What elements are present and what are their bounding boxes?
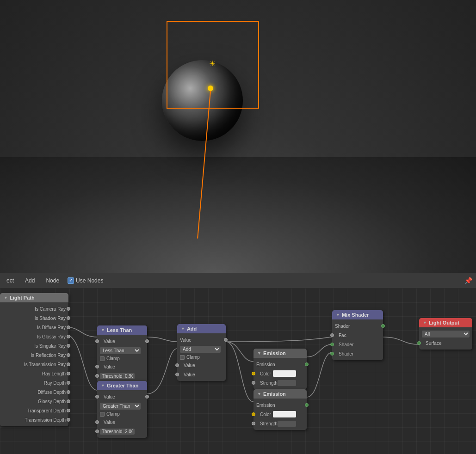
light-output-surface-row: Surface — [419, 338, 472, 348]
less-than-operation-row: Less Than Greater Than — [97, 346, 147, 355]
node-less-than-title: Less Than — [107, 327, 132, 333]
node-less-than-body: Value Less Than Greater Than Clamp Value — [97, 335, 147, 382]
socket-in-less-than-threshold[interactable] — [95, 374, 99, 378]
node-greater-than[interactable]: ▼ Greater Than Value Greater Than Less T… — [97, 381, 147, 438]
socket-in-emission-bottom-color[interactable] — [252, 412, 255, 416]
node-emission-top-title: Emission — [263, 350, 286, 356]
light-path-row-diffuse: Is Diffuse Ray — [0, 323, 68, 332]
greater-than-threshold-field[interactable] — [100, 429, 135, 435]
socket-out-glossy-ray[interactable] — [67, 335, 70, 338]
select-button[interactable]: ect — [4, 276, 17, 285]
node-mix-shader-title: Mix Shader — [342, 312, 369, 318]
socket-in-less-than-value2[interactable] — [95, 365, 99, 368]
node-add[interactable]: ▼ Add Value Add Multiply Subtract — [177, 324, 226, 381]
socket-in-emission-top-color[interactable] — [252, 372, 255, 375]
emission-bottom-strength-field[interactable]: 0.000 — [278, 421, 296, 427]
emission-top-color-swatch[interactable] — [273, 370, 296, 377]
light-path-row-ray-length: Ray Length — [0, 369, 68, 378]
node-light-path[interactable]: ▼ Light Path Is Camera Ray Is Shadow Ray… — [0, 293, 68, 426]
use-nodes-checkbox[interactable]: ✓ — [68, 277, 74, 284]
emission-top-strength-label: Strength — [260, 380, 278, 386]
socket-out-glossy-depth[interactable] — [67, 399, 70, 403]
socket-out-transparent-depth[interactable] — [67, 409, 70, 412]
pin-icon[interactable]: 📌 — [464, 277, 472, 284]
greater-than-operation-select[interactable]: Greater Than Less Than — [100, 403, 141, 410]
node-light-output[interactable]: ▼ Light Output All Camera Diffuse Surfac… — [419, 318, 472, 350]
socket-in-emission-top-strength[interactable] — [252, 381, 255, 385]
use-nodes-toggle[interactable]: ✓ Use Nodes — [68, 277, 103, 284]
node-emission-bottom[interactable]: ▼ Emission Emission Color Strength 0.000 — [253, 389, 307, 430]
node-less-than[interactable]: ▼ Less Than Value Less Than Greater Than — [97, 325, 147, 382]
node-emission-top[interactable]: ▼ Emission Emission Color Strength 1.000 — [253, 349, 307, 389]
node-light-path-header: ▼ Light Path — [0, 293, 68, 302]
socket-out-singular-ray[interactable] — [67, 344, 70, 348]
socket-out-diffuse-depth[interactable] — [67, 390, 70, 394]
socket-in-less-than-value[interactable] — [95, 339, 99, 343]
socket-out-camera-ray[interactable] — [67, 307, 70, 311]
socket-out-reflection-ray[interactable] — [67, 353, 70, 357]
label-is-singular-ray: Is Singular Ray — [34, 344, 66, 349]
socket-in-mix-shader1[interactable] — [330, 343, 334, 346]
node-editor: ect Add Node ✓ Use Nodes 📌 — [0, 273, 476, 454]
use-nodes-label: Use Nodes — [76, 277, 103, 284]
socket-out-emission-bottom[interactable] — [305, 403, 309, 407]
light-path-row-glossy-depth: Glossy Depth — [0, 397, 68, 406]
add-value1-row: Value — [177, 361, 226, 370]
node-emission-top-body: Emission Color Strength 1.000 — [253, 358, 307, 389]
add-button[interactable]: Add — [22, 276, 37, 285]
socket-in-light-output-surface[interactable] — [417, 341, 421, 345]
emission-bottom-color-swatch[interactable] — [273, 411, 296, 417]
greater-than-clamp-checkbox[interactable] — [100, 412, 105, 417]
add-clamp-label: Clamp — [186, 355, 200, 360]
node-button[interactable]: Node — [43, 276, 62, 285]
socket-out-ray-length[interactable] — [67, 372, 70, 375]
less-than-value2-row: Value — [97, 362, 147, 371]
node-canvas[interactable]: ▼ Light Path Is Camera Ray Is Shadow Ray… — [0, 288, 476, 454]
socket-in-mix-fac[interactable] — [330, 333, 334, 337]
light-path-row-singular: Is Singular Ray — [0, 341, 68, 350]
socket-out-transmission-depth[interactable] — [67, 418, 70, 422]
node-add-header: ▼ Add — [177, 324, 226, 333]
mix-shader-shader2-row: Shader — [332, 349, 383, 358]
node-light-output-header: ▼ Light Output — [419, 318, 472, 327]
light-path-row-ray-depth: Ray Depth — [0, 378, 68, 387]
label-glossy-depth: Glossy Depth — [38, 399, 66, 404]
less-than-threshold-field[interactable] — [100, 373, 135, 379]
light-output-select[interactable]: All Camera Diffuse — [422, 331, 470, 337]
less-than-clamp-label: Clamp — [106, 356, 120, 361]
socket-out-greater-than-value[interactable] — [145, 395, 149, 399]
label-is-transmission-ray: Is Transmission Ray — [24, 362, 66, 367]
socket-in-mix-shader2[interactable] — [330, 352, 334, 356]
less-than-operation-select[interactable]: Less Than Greater Than — [100, 347, 141, 354]
node-emission-bottom-header: ▼ Emission — [253, 389, 307, 399]
add-value2-row: Value — [177, 370, 226, 379]
emission-top-strength-field[interactable]: 1.000 — [278, 380, 296, 386]
greater-than-value2-label: Value — [104, 420, 115, 425]
node-light-path-title: Light Path — [10, 295, 35, 301]
socket-in-add-value1[interactable] — [175, 363, 179, 367]
socket-out-shadow-ray[interactable] — [67, 316, 70, 320]
greater-than-clamp-label: Clamp — [106, 411, 120, 417]
less-than-clamp-checkbox[interactable] — [100, 356, 105, 361]
node-greater-than-header: ▼ Greater Than — [97, 381, 147, 390]
socket-in-emission-bottom-strength[interactable] — [252, 422, 255, 425]
socket-out-mix-shader[interactable] — [381, 324, 385, 328]
socket-in-add-value2[interactable] — [175, 373, 179, 376]
socket-in-greater-than-value[interactable] — [95, 395, 99, 399]
node-add-body: Value Add Multiply Subtract Clamp V — [177, 333, 226, 381]
emission-top-out: Emission — [253, 360, 307, 369]
socket-out-add-value[interactable] — [224, 338, 228, 342]
socket-out-transmission-ray[interactable] — [67, 362, 70, 366]
add-operation-select[interactable]: Add Multiply Subtract — [180, 346, 221, 353]
light-path-row-transparent-depth: Transparent Depth — [0, 406, 68, 415]
socket-out-diffuse-ray[interactable] — [67, 325, 70, 329]
socket-in-greater-than-value2[interactable] — [95, 420, 99, 424]
socket-out-less-than-value[interactable] — [145, 339, 149, 343]
socket-out-ray-depth[interactable] — [67, 381, 70, 385]
ground-plane — [0, 157, 476, 273]
add-clamp-checkbox[interactable] — [180, 355, 185, 360]
socket-out-emission-top[interactable] — [305, 362, 309, 366]
label-is-camera-ray: Is Camera Ray — [35, 307, 66, 312]
socket-in-greater-than-threshold[interactable] — [95, 429, 99, 433]
node-mix-shader[interactable]: ▼ Mix Shader Shader Fac Shader — [332, 310, 383, 360]
